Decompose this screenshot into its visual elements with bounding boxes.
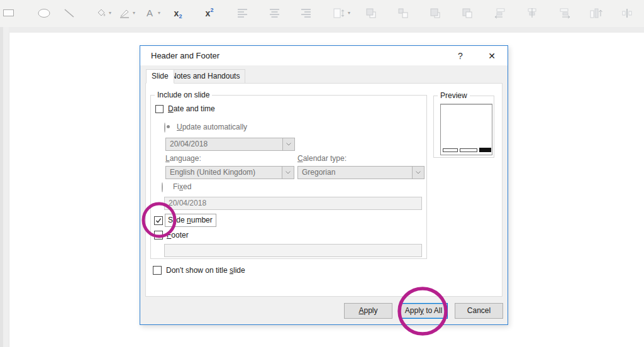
cancel-button[interactable]: Cancel (455, 303, 503, 319)
superscript-icon[interactable]: x2 (202, 6, 217, 21)
checkmark-icon (155, 218, 162, 224)
language-dropdown[interactable]: English (United Kingdom) (165, 166, 294, 179)
chevron-down-icon (412, 167, 424, 179)
slide-number-label[interactable]: Slide number (165, 214, 216, 227)
align-text-center-icon[interactable] (267, 6, 282, 21)
update-automatically-label[interactable]: Update automatically (177, 123, 247, 131)
include-on-slide-legend: Include on slide (155, 91, 212, 99)
language-label: Language: (165, 154, 201, 163)
date-and-time-checkbox[interactable] (155, 105, 164, 113)
align-objects-right-icon[interactable] (557, 6, 572, 21)
bring-forward-icon[interactable] (364, 6, 379, 21)
preview-legend: Preview (438, 91, 470, 100)
align-objects-center-icon[interactable] (525, 6, 540, 21)
shape-fill-dropdown-icon[interactable]: ▾ (107, 10, 113, 16)
line-spacing-icon[interactable] (331, 6, 347, 21)
font-color-icon[interactable]: A (142, 6, 157, 21)
send-backward-icon[interactable] (396, 6, 411, 21)
rotate-objects-icon[interactable] (588, 6, 603, 21)
toolbar: ▾ ▾ A ▾ x2 x2 ▾ (0, 0, 644, 27)
shape-line-icon[interactable] (62, 6, 77, 21)
align-text-right-icon[interactable] (299, 6, 314, 21)
dialog-tabstrip: Slide Notes and Handouts (140, 65, 508, 83)
dialog-titlebar: Header and Footer ? ✕ (140, 46, 508, 65)
slide-number-checkbox[interactable] (154, 216, 163, 225)
tab-notes-and-handouts[interactable]: Notes and Handouts (165, 69, 245, 84)
bring-to-front-icon[interactable] (428, 6, 443, 21)
chevron-down-icon (282, 167, 294, 179)
footer-text-field[interactable] (164, 244, 422, 257)
align-objects-left-icon[interactable] (492, 6, 508, 21)
left-rail (0, 27, 9, 347)
preview-group: Preview (433, 96, 494, 158)
calendar-type-dropdown[interactable]: Gregorian (297, 166, 425, 179)
shape-fill-icon[interactable] (93, 6, 108, 21)
line-spacing-dropdown-icon[interactable]: ▾ (346, 10, 352, 16)
subscript-icon[interactable]: x2 (170, 6, 186, 21)
fixed-date-field[interactable]: 20/04/2018 (164, 197, 422, 210)
font-color-dropdown-icon[interactable]: ▾ (156, 10, 162, 16)
shape-outline-dropdown-icon[interactable]: ▾ (131, 10, 137, 16)
fixed-radio[interactable] (162, 182, 163, 192)
apply-button[interactable]: Apply (344, 303, 392, 319)
tab-slide[interactable]: Slide (146, 69, 174, 84)
help-icon[interactable]: ? (452, 49, 469, 63)
chevron-down-icon (282, 138, 294, 150)
send-to-back-icon[interactable] (460, 6, 475, 21)
align-text-left-icon[interactable] (235, 6, 250, 21)
dont-show-on-title-slide-checkbox[interactable] (153, 266, 162, 275)
dialog-title: Header and Footer (151, 51, 219, 60)
header-footer-dialog: Header and Footer ? ✕ Slide Notes and Ha… (140, 45, 508, 325)
distribute-objects-icon[interactable] (619, 6, 635, 21)
fixed-label[interactable]: Fixed (173, 182, 191, 191)
footer-checkbox[interactable] (154, 231, 163, 240)
shape-oval-icon[interactable] (36, 6, 52, 21)
shape-outline-icon[interactable] (117, 6, 132, 21)
close-icon[interactable]: ✕ (484, 48, 500, 63)
preview-thumbnail (440, 104, 492, 155)
update-automatically-radio[interactable] (164, 123, 165, 133)
calendar-type-label: Calendar type: (297, 154, 347, 163)
footer-label[interactable]: Footer (167, 231, 189, 240)
svg-text:A: A (147, 8, 153, 18)
shape-rectangle-icon[interactable] (1, 6, 16, 21)
dont-show-on-title-slide-label[interactable]: Don't show on title slide (166, 266, 245, 275)
date-and-time-label[interactable]: Date and time (168, 104, 215, 113)
preview-footer-placeholder (460, 148, 477, 152)
preview-date-placeholder (443, 148, 458, 152)
apply-to-all-button[interactable]: Apply to All (399, 303, 448, 319)
date-format-dropdown[interactable]: 20/04/2018 (165, 138, 295, 151)
preview-slide-number-placeholder (479, 148, 491, 152)
